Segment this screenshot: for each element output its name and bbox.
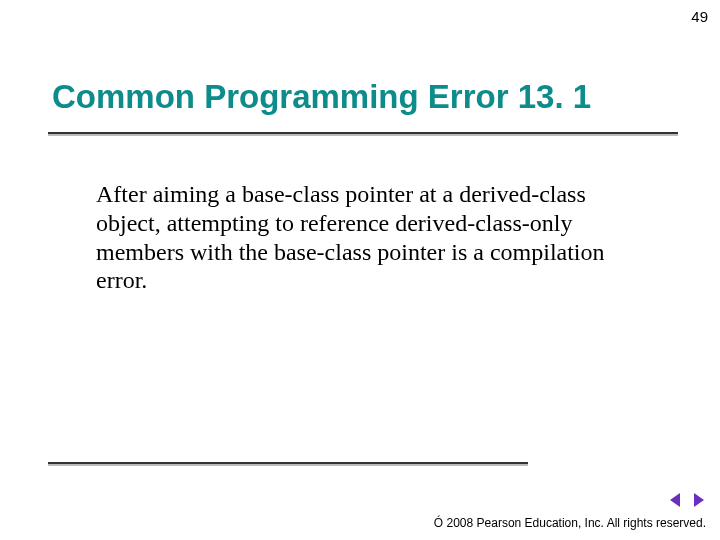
slide-title: Common Programming Error 13. 1 xyxy=(52,78,591,116)
page-number: 49 xyxy=(691,8,708,25)
prev-slide-icon[interactable] xyxy=(668,492,684,508)
slide-nav xyxy=(668,492,706,508)
svg-marker-0 xyxy=(670,493,680,507)
copyright-footer: Ó 2008 Pearson Education, Inc. All right… xyxy=(434,516,706,530)
body-text: After aiming a base-class pointer at a d… xyxy=(96,180,651,295)
svg-marker-1 xyxy=(694,493,704,507)
bottom-rule xyxy=(48,462,528,464)
next-slide-icon[interactable] xyxy=(690,492,706,508)
title-underline xyxy=(48,132,678,134)
